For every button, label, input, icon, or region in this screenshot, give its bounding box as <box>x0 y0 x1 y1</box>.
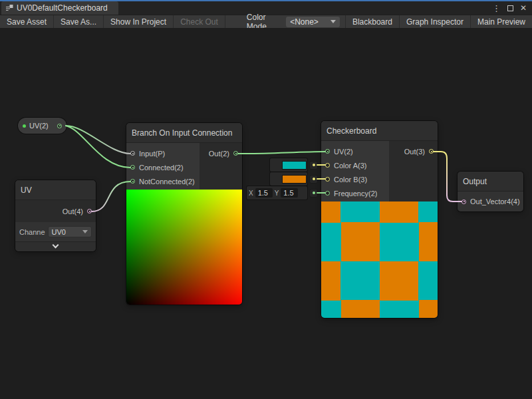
graph-tab[interactable]: UV0DefaultCheckerboard <box>1 1 118 15</box>
channel-dropdown[interactable]: UV0 <box>48 226 92 237</box>
window-controls: ⋮ ✕ <box>492 1 532 15</box>
color-mode-label: Color Mode <box>225 15 286 28</box>
frequency-y-label: Y <box>275 190 279 197</box>
input-ports: Out_Vector4(4) <box>458 192 523 211</box>
node-uv[interactable]: UV Out(4) Channe UV0 <box>15 180 96 251</box>
maximize-icon[interactable] <box>507 5 513 11</box>
port-row-color-b[interactable]: Color B(3) <box>321 172 389 186</box>
graph-inspector-toggle-button[interactable]: Graph Inspector <box>400 15 471 28</box>
port-row-uv2[interactable]: UV(2) <box>321 144 389 158</box>
color-b-widget <box>270 172 318 186</box>
kebab-menu-icon[interactable]: ⋮ <box>492 4 501 13</box>
port-row-connected[interactable]: Connected(2) <box>126 160 200 174</box>
check-out-button: Check Out <box>174 15 225 28</box>
color-a-widget <box>270 158 318 172</box>
port-row-input-p[interactable]: Input(P) <box>126 146 200 160</box>
port-row-notconnected[interactable]: NotConnected(2) <box>126 174 200 188</box>
edge-uv2-to-connected[interactable] <box>66 126 130 168</box>
save-as-button[interactable]: Save As... <box>54 15 104 28</box>
port-color-a[interactable] <box>325 163 330 168</box>
port-row-color-a[interactable]: Color A(3) <box>321 158 389 172</box>
color-a-connector <box>309 161 318 170</box>
port-out3[interactable] <box>429 149 434 154</box>
output-ports: Out(3) <box>389 141 438 201</box>
blackboard-toggle-button[interactable]: Blackboard <box>345 15 400 28</box>
pill-label: UV(2) <box>29 122 49 130</box>
output-ports: Out(2) <box>200 143 242 190</box>
frequency-y-input[interactable]: 1.5 <box>281 188 298 198</box>
channel-label: Channe <box>19 228 45 236</box>
frequency-fields: X 1.5 Y 1.5 <box>247 186 307 200</box>
port-out2[interactable] <box>233 151 238 156</box>
save-asset-button[interactable]: Save Asset <box>0 15 54 28</box>
node-title: Output <box>458 172 523 192</box>
node-title: UV <box>15 180 96 200</box>
port-row-frequency[interactable]: Frequency(2) <box>321 186 389 200</box>
color-b-field[interactable] <box>270 172 307 186</box>
color-mode-dropdown[interactable]: <None> <box>286 17 340 27</box>
main-preview-toggle-button[interactable]: Main Preview <box>471 15 532 28</box>
port-row-out-vector4[interactable]: Out_Vector4(4) <box>458 192 520 211</box>
color-mode-value: <None> <box>290 17 319 27</box>
tab-title: UV0DefaultCheckerboard <box>17 3 108 13</box>
color-a-field[interactable] <box>270 158 307 172</box>
expand-preview-button[interactable] <box>15 241 96 251</box>
port-connected[interactable] <box>130 165 135 170</box>
shader-graph-icon <box>5 4 13 12</box>
frequency-x-label: X <box>249 190 253 197</box>
port-uv2[interactable] <box>325 149 330 154</box>
node-title: Branch On Input Connection <box>126 123 242 143</box>
color-a-swatch[interactable] <box>282 161 307 170</box>
port-row-out3[interactable]: Out(3) <box>389 144 438 158</box>
chevron-down-icon <box>53 242 59 249</box>
port-frequency[interactable] <box>325 191 330 196</box>
input-ports: Input(P) Connected(2) NotConnected(2) <box>126 143 200 190</box>
frequency-connector <box>309 189 318 198</box>
toolbar: Save Asset Save As... Show In Project Ch… <box>0 15 532 28</box>
node-title: Checkerboard <box>321 121 438 141</box>
input-ports: UV(2) Color A(3) Color B(3) Frequency(2) <box>321 141 389 201</box>
channel-row: Channe UV0 <box>15 222 96 241</box>
color-b-connector <box>309 175 318 184</box>
port-notconnected[interactable] <box>130 179 135 184</box>
port-out4[interactable] <box>87 209 92 213</box>
property-type-dot <box>23 124 26 128</box>
branch-node-uv-gradient-preview <box>126 190 242 305</box>
edge-uv2-to-inputP[interactable] <box>66 126 130 154</box>
port-uv-property-out[interactable] <box>57 124 62 128</box>
port-input-p[interactable] <box>130 151 135 156</box>
port-out-vector4[interactable] <box>462 200 466 204</box>
frequency-widget: X 1.5 Y 1.5 <box>247 186 318 200</box>
show-in-project-button[interactable]: Show In Project <box>104 15 174 28</box>
port-color-b[interactable] <box>325 177 330 182</box>
shader-graph-window: UV0DefaultCheckerboard ⋮ ✕ Save Asset Sa… <box>0 0 532 399</box>
edge-uvout4-to-notconnected[interactable] <box>92 182 130 211</box>
frequency-x-input[interactable]: 1.5 <box>255 188 273 198</box>
node-branch-on-input-connection[interactable]: Branch On Input Connection Input(P) Conn… <box>126 123 242 305</box>
node-output[interactable]: Output Out_Vector4(4) <box>458 172 523 211</box>
channel-value: UV0 <box>52 228 66 236</box>
node-uv-property-pill[interactable]: UV(2) <box>18 118 66 134</box>
dropdown-arrow-icon <box>82 230 88 233</box>
dropdown-arrow-icon <box>331 20 336 23</box>
port-row-out4[interactable]: Out(4) <box>15 200 96 222</box>
port-row-out2[interactable]: Out(2) <box>200 146 242 160</box>
color-b-swatch[interactable] <box>282 175 307 184</box>
close-icon[interactable]: ✕ <box>520 4 527 12</box>
checkerboard-node-preview <box>321 201 438 318</box>
node-checkerboard[interactable]: Checkerboard UV(2) Color A(3) Color B(3) <box>321 121 438 318</box>
graph-canvas[interactable]: UV(2) Branch On Input Connection Input(P… <box>0 28 532 399</box>
edge-branchout2-to-checker-uv[interactable] <box>238 152 325 154</box>
